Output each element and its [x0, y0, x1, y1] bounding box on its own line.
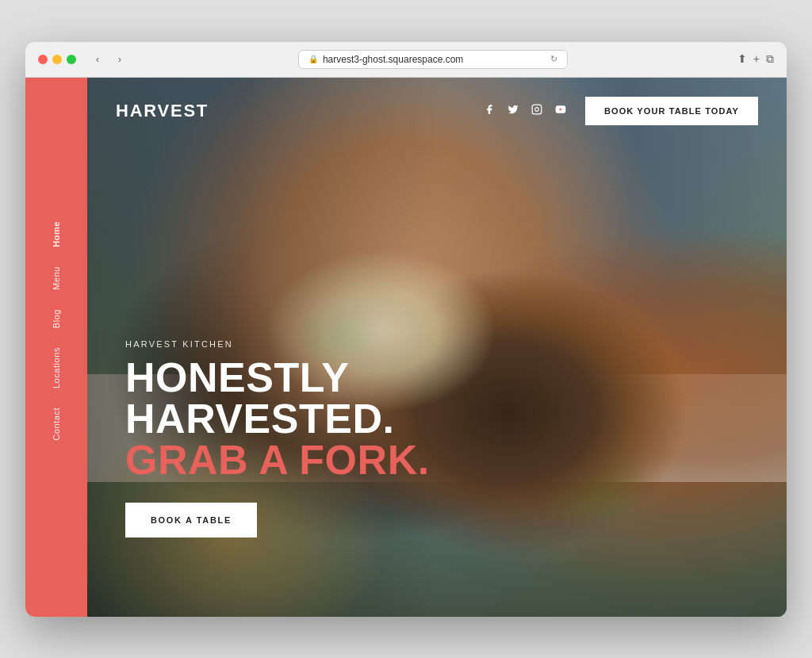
browser-window: ‹ › 🔒 harvest3-ghost.squarespace.com ↻ ⬆… [25, 42, 787, 617]
book-a-table-button[interactable]: BOOK A TABLE [125, 503, 257, 537]
sidebar-item-menu[interactable]: Menu [52, 257, 61, 300]
share-icon[interactable]: ⬆ [737, 52, 747, 66]
book-table-button[interactable]: BOOK YOUR TABLE TODAY [585, 97, 758, 125]
site-logo: HARVEST [116, 101, 209, 121]
browser-chrome: ‹ › 🔒 harvest3-ghost.squarespace.com ↻ ⬆… [25, 42, 787, 78]
sidebar-item-contact[interactable]: Contact [52, 398, 61, 450]
browser-titlebar: ‹ › [38, 51, 128, 68]
main-content: HARVEST [87, 78, 787, 617]
sidebar: Home Menu Blog Locations Contact [25, 78, 87, 617]
sidebar-item-blog[interactable]: Blog [52, 300, 61, 338]
back-button[interactable]: ‹ [89, 51, 106, 68]
site-header: HARVEST [87, 78, 787, 144]
hero-title-line3: GRAB A FORK. [125, 439, 430, 480]
maximize-button[interactable] [67, 55, 76, 64]
windows-icon[interactable]: ⧉ [766, 52, 774, 66]
address-bar[interactable]: 🔒 harvest3-ghost.squarespace.com ↻ [298, 50, 568, 69]
browser-nav-controls: ‹ › [89, 51, 128, 68]
hero-title-line2: HARVESTED. [125, 398, 430, 439]
sidebar-item-home[interactable]: Home [52, 212, 61, 257]
hero-text: HARVEST KITCHEN HONESTLY HARVESTED. GRAB… [125, 339, 430, 537]
minimize-button[interactable] [52, 55, 62, 64]
instagram-icon[interactable] [531, 104, 542, 117]
website-content: Home Menu Blog Locations Contact HARVEST [25, 78, 787, 617]
youtube-icon[interactable] [555, 104, 566, 117]
url-text: harvest3-ghost.squarespace.com [323, 54, 463, 65]
social-icons [484, 104, 566, 117]
close-button[interactable] [38, 55, 48, 64]
hero-subtitle: HARVEST KITCHEN [125, 339, 430, 349]
svg-rect-0 [532, 105, 542, 114]
address-bar-container: 🔒 harvest3-ghost.squarespace.com ↻ [128, 50, 737, 77]
forward-button[interactable]: › [111, 51, 128, 68]
hero-title-line1: HONESTLY [125, 357, 430, 398]
sidebar-item-locations[interactable]: Locations [52, 338, 61, 398]
browser-right-controls: ⬆ + ⧉ [737, 52, 774, 74]
add-tab-icon[interactable]: + [753, 52, 760, 66]
sidebar-nav: Home Menu Blog Locations Contact [52, 78, 61, 617]
facebook-icon[interactable] [484, 104, 495, 117]
lock-icon: 🔒 [308, 55, 318, 63]
traffic-lights [38, 55, 76, 64]
twitter-icon[interactable] [508, 104, 519, 117]
refresh-icon[interactable]: ↻ [550, 54, 557, 64]
header-right: BOOK YOUR TABLE TODAY [484, 97, 758, 125]
